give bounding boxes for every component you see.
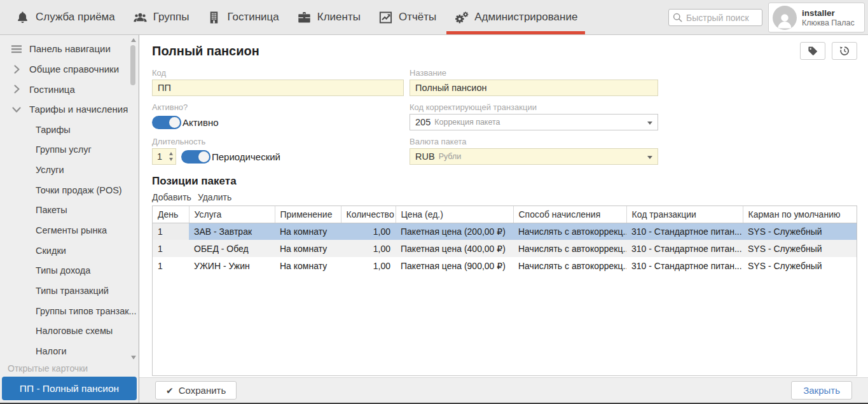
sidebar-item-tariffs-and-charges[interactable]: Тарифы и начисления <box>0 99 139 120</box>
user-info: installer Клюква Палас <box>802 8 855 28</box>
chevron-right-icon <box>10 63 23 76</box>
cell-default-pocket: SYS - Служебный <box>743 223 857 240</box>
sidebar-item-hotel[interactable]: Гостиница <box>0 79 139 99</box>
sidebar-item-label: Точки продаж (POS) <box>36 185 122 195</box>
tab-label: Отчёты <box>399 11 436 24</box>
sidebar-item-taxes[interactable]: Налоги <box>0 341 139 360</box>
cell-quantity: 1,00 <box>341 257 396 274</box>
duration-stepper[interactable] <box>152 148 176 165</box>
tab-reports[interactable]: Отчёты <box>369 0 445 34</box>
history-button[interactable] <box>832 42 857 60</box>
main-content: Полный пансион Код <box>139 35 868 403</box>
tab-groups[interactable]: Группы <box>124 0 198 34</box>
sidebar-item-transaction-types[interactable]: Типы транзакций <box>0 281 139 301</box>
periodic-toggle[interactable] <box>181 150 210 164</box>
gears-icon <box>454 10 469 25</box>
avatar-person-icon <box>775 11 794 30</box>
scrollbar-down-icon[interactable] <box>131 356 136 359</box>
correction-code-select[interactable]: 205 Коррекция пакета <box>410 114 658 130</box>
sidebar-item-label: Услуги <box>36 165 64 175</box>
cell-default-pocket: SYS - Служебный <box>743 240 857 257</box>
tab-clients[interactable]: Клиенты <box>288 0 369 34</box>
cell-default-pocket: SYS - Служебный <box>743 257 857 274</box>
add-position-button[interactable]: Добавить <box>152 192 191 202</box>
code-field[interactable] <box>152 80 404 96</box>
sidebar-item-services[interactable]: Услуги <box>0 160 139 180</box>
active-toggle[interactable] <box>152 116 181 129</box>
table-header-row: День Услуга Применение Количество Цена (… <box>153 206 857 223</box>
sidebar-item-market-segments[interactable]: Сегменты рынка <box>0 220 139 240</box>
name-field[interactable] <box>410 80 658 96</box>
tab-administration[interactable]: Администрирование <box>445 0 586 34</box>
briefcase-icon <box>297 10 312 25</box>
col-quantity[interactable]: Количество <box>341 206 396 223</box>
save-button[interactable]: ✔ Сохранить <box>155 381 237 400</box>
sidebar-item-tax-schemes[interactable]: Налоговые схемы <box>0 321 139 342</box>
users-icon <box>133 10 148 25</box>
quick-search <box>668 9 762 26</box>
avatar <box>773 6 797 30</box>
stepper-up-icon[interactable] <box>169 152 173 155</box>
sidebar-item-label: Тарифы и начисления <box>29 104 128 115</box>
sidebar-item-label: Типы дохода <box>36 265 90 275</box>
sidebar-item-tariffs[interactable]: Тарифы <box>0 120 139 140</box>
sidebar-item-pos[interactable]: Точки продаж (POS) <box>0 180 139 200</box>
active-label: Активно? <box>152 102 404 112</box>
scrollbar-thumb[interactable] <box>130 45 135 85</box>
sidebar-item-common-directories[interactable]: Общие справочники <box>0 59 139 80</box>
col-unit-price[interactable]: Цена (ед.) <box>396 206 513 223</box>
sidebar-item-discounts[interactable]: Скидки <box>0 240 139 261</box>
tags-button[interactable] <box>800 42 825 60</box>
app-window: Служба приёма Группы Гостиница Клиенты О… <box>0 0 868 404</box>
selected-code: 205 <box>415 117 431 127</box>
sidebar-item-label: Сегменты рынка <box>36 225 107 235</box>
table-row-breakfast[interactable]: 1 ЗАВ - Завтрак На комнату 1,00 Пакетная… <box>153 223 857 240</box>
sidebar-item-packages[interactable]: Пакеты <box>0 200 139 221</box>
table-row-dinner[interactable]: 1 УЖИН - Ужин На комнату 1,00 Пакетная ц… <box>153 257 857 274</box>
stepper-down-icon[interactable] <box>169 158 173 161</box>
user-property: Клюква Палас <box>802 18 855 28</box>
cell-transaction-code: 310 - Стандартное питан... <box>626 240 743 257</box>
delete-position-button[interactable]: Удалить <box>198 192 231 202</box>
col-transaction-code[interactable]: Код транзакции <box>626 206 743 223</box>
selected-desc: Рубли <box>439 152 462 161</box>
sidebar-item-label: Скидки <box>36 246 66 256</box>
sidebar-item-transaction-type-groups[interactable]: Группы типов транзак... <box>0 301 139 321</box>
cell-day: 1 <box>153 257 189 274</box>
col-application[interactable]: Применение <box>275 206 341 223</box>
cell-application: На комнату <box>275 240 341 257</box>
col-day[interactable]: День <box>153 206 189 223</box>
duration-value[interactable] <box>153 151 167 162</box>
sidebar-item-income-types[interactable]: Типы дохода <box>0 261 139 281</box>
scrollbar-up-icon[interactable] <box>131 38 136 42</box>
cell-charge-method: Начислять с автокоррекц... <box>513 240 626 257</box>
user-panel[interactable]: installer Клюква Палас <box>768 3 865 32</box>
sidebar-item-label: Типы транзакций <box>36 286 109 296</box>
col-default-pocket[interactable]: Карман по умолчанию <box>743 206 857 223</box>
sidebar-item-service-groups[interactable]: Группы услуг <box>0 139 139 160</box>
sidebar-item-label: Налоги <box>36 346 67 356</box>
col-service[interactable]: Услуга <box>189 206 275 223</box>
sidebar-item-label: Пакеты <box>36 205 67 215</box>
currency-select[interactable]: RUB Рубли <box>410 148 658 165</box>
sidebar-item-label: Группы услуг <box>36 144 92 155</box>
active-state-label: Активно <box>183 117 219 128</box>
tab-hotel[interactable]: Гостиница <box>198 0 287 34</box>
tab-label: Гостиница <box>227 11 279 24</box>
toggle-knob <box>168 116 181 129</box>
open-cards-label: Открытые карточки <box>0 360 139 377</box>
table-row-lunch[interactable]: 1 ОБЕД - Обед На комнату 1,00 Пакетная ц… <box>153 240 857 257</box>
building-icon <box>207 10 221 25</box>
sidebar-scrollbar[interactable] <box>129 37 138 361</box>
positions-table-container: День Услуга Применение Количество Цена (… <box>152 205 857 376</box>
cell-service: ЗАВ - Завтрак <box>189 223 275 240</box>
stepper-arrows[interactable] <box>169 152 173 161</box>
sidebar-item-navigation-panel[interactable]: Панель навигации <box>0 39 139 59</box>
correction-code-label: Код корректирующей транзакции <box>410 102 658 112</box>
col-charge-method[interactable]: Способ начисления <box>513 206 626 223</box>
tab-front-desk[interactable]: Служба приёма <box>6 0 124 34</box>
main-tabs: Служба приёма Группы Гостиница Клиенты О… <box>6 0 586 34</box>
close-button-label: Закрыть <box>803 385 840 396</box>
close-button[interactable]: Закрыть <box>791 381 852 400</box>
open-card-full-board[interactable]: ПП - Полный пансион <box>2 377 137 400</box>
